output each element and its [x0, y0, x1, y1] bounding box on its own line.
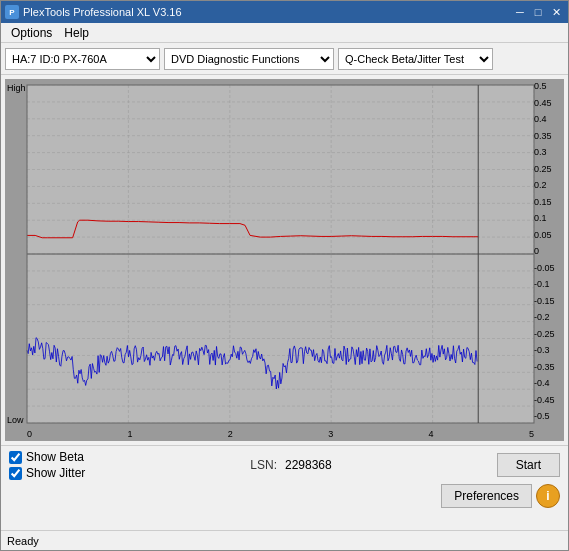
bottom-row1: Show Beta Show Jitter LSN: 2298368 Start	[9, 450, 560, 480]
toolbar: HA:7 ID:0 PX-760A DVD Diagnostic Functio…	[1, 43, 568, 75]
checkboxes: Show Beta Show Jitter	[9, 450, 85, 480]
minimize-button[interactable]: ─	[512, 4, 528, 20]
title-bar-left: P PlexTools Professional XL V3.16	[5, 5, 182, 19]
show-beta-row: Show Beta	[9, 450, 85, 464]
bottom-panel: Show Beta Show Jitter LSN: 2298368 Start…	[1, 445, 568, 530]
function-select[interactable]: DVD Diagnostic Functions	[164, 48, 334, 70]
bottom-row2: Preferences i	[9, 484, 560, 508]
title-controls: ─ □ ✕	[512, 4, 564, 20]
drive-select[interactable]: HA:7 ID:0 PX-760A	[5, 48, 160, 70]
menu-bar: Options Help	[1, 23, 568, 43]
show-jitter-checkbox[interactable]	[9, 467, 22, 480]
title-bar: P PlexTools Professional XL V3.16 ─ □ ✕	[1, 1, 568, 23]
show-beta-label: Show Beta	[26, 450, 84, 464]
info-button[interactable]: i	[536, 484, 560, 508]
lsn-area: LSN: 2298368	[250, 458, 331, 472]
start-button[interactable]: Start	[497, 453, 560, 477]
show-beta-checkbox[interactable]	[9, 451, 22, 464]
show-jitter-label: Show Jitter	[26, 466, 85, 480]
maximize-button[interactable]: □	[530, 4, 546, 20]
preferences-button[interactable]: Preferences	[441, 484, 532, 508]
lsn-label: LSN:	[250, 458, 277, 472]
show-jitter-row: Show Jitter	[9, 466, 85, 480]
close-button[interactable]: ✕	[548, 4, 564, 20]
app-icon: P	[5, 5, 19, 19]
window-title: PlexTools Professional XL V3.16	[23, 6, 182, 18]
menu-options[interactable]: Options	[5, 24, 58, 42]
low-label: Low	[7, 415, 24, 425]
menu-help[interactable]: Help	[58, 24, 95, 42]
status-bar: Ready	[1, 530, 568, 550]
chart-area: High Low 0.50.450.40.350.30.250.20.150.1…	[5, 79, 564, 441]
chart-canvas	[5, 79, 564, 441]
high-label: High	[7, 83, 26, 93]
main-window: P PlexTools Professional XL V3.16 ─ □ ✕ …	[0, 0, 569, 551]
status-text: Ready	[7, 535, 39, 547]
test-select[interactable]: Q-Check Beta/Jitter Test	[338, 48, 493, 70]
lsn-value: 2298368	[285, 458, 332, 472]
